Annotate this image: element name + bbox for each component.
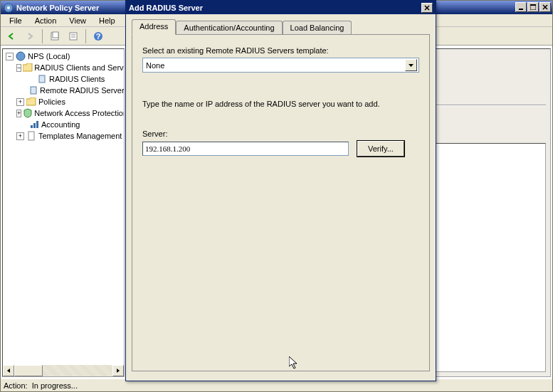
tree-rr-label: Remote RADIUS Server Groups bbox=[40, 86, 125, 95]
tree-root[interactable]: − NPS (Local) bbox=[4, 51, 124, 62]
tree-nap-label: Network Access Protection bbox=[34, 109, 125, 117]
tab-panel-address: Select an existing Remote RADIUS Servers… bbox=[132, 34, 430, 371]
tree-hscrollbar[interactable] bbox=[3, 365, 124, 376]
tree-pane: − NPS (Local) − RADIUS Clients and Serve… bbox=[2, 48, 125, 377]
help-button[interactable]: ? bbox=[90, 28, 106, 44]
tree-remote-radius[interactable]: Remote RADIUS Server Groups bbox=[4, 85, 124, 96]
close-button[interactable] bbox=[539, 2, 551, 12]
tree-templates[interactable]: + Templates Management bbox=[4, 130, 124, 142]
type-label: Type the name or IP address of the RADIU… bbox=[142, 100, 419, 108]
svg-rect-2 bbox=[519, 9, 523, 10]
back-button[interactable] bbox=[4, 28, 19, 44]
svg-rect-17 bbox=[36, 121, 38, 128]
svg-rect-6 bbox=[53, 32, 58, 38]
status-value: In progress... bbox=[32, 381, 78, 390]
template-select[interactable]: None bbox=[142, 58, 419, 73]
select-template-label: Select an existing Remote RADIUS Servers… bbox=[142, 46, 419, 55]
expand-icon[interactable]: − bbox=[6, 53, 14, 60]
main-title: Network Policy Server bbox=[16, 4, 99, 12]
svg-point-12 bbox=[16, 52, 25, 60]
svg-rect-15 bbox=[31, 125, 33, 128]
svg-point-1 bbox=[7, 6, 10, 9]
svg-rect-4 bbox=[530, 4, 536, 6]
server-icon bbox=[28, 85, 38, 96]
verify-button[interactable]: Verify... bbox=[357, 141, 404, 157]
svg-rect-14 bbox=[31, 87, 36, 94]
scroll-right-button[interactable] bbox=[112, 365, 124, 376]
toolbar-separator bbox=[42, 29, 43, 43]
status-label: Action: bbox=[4, 381, 28, 390]
nps-icon bbox=[15, 51, 26, 62]
screenshot-root: { "main_window": { "title": "Network Pol… bbox=[0, 0, 553, 392]
folder-icon bbox=[23, 62, 33, 73]
svg-rect-13 bbox=[39, 75, 45, 83]
chart-icon bbox=[28, 119, 40, 130]
expand-icon[interactable]: − bbox=[16, 64, 21, 72]
tab-auth[interactable]: Authentication/Accounting bbox=[176, 21, 282, 34]
svg-rect-16 bbox=[33, 123, 36, 128]
server-label: Server: bbox=[142, 129, 419, 138]
tree-templates-label: Templates Management bbox=[38, 132, 122, 140]
minimize-button[interactable] bbox=[515, 2, 527, 12]
svg-text:?: ? bbox=[96, 32, 101, 41]
tab-load[interactable]: Load Balancing bbox=[283, 21, 352, 34]
folder-icon bbox=[26, 96, 37, 107]
menu-help[interactable]: Help bbox=[93, 16, 121, 26]
expand-icon[interactable]: + bbox=[16, 98, 24, 106]
scroll-track[interactable] bbox=[14, 365, 112, 376]
tree-root-label: NPS (Local) bbox=[28, 52, 70, 60]
dialog-title: Add RADIUS Server bbox=[129, 4, 203, 12]
tab-address[interactable]: Address bbox=[132, 19, 176, 35]
tree-policies[interactable]: + Policies bbox=[4, 96, 124, 107]
tree-radius-clients[interactable]: RADIUS Clients bbox=[4, 73, 124, 85]
shield-icon bbox=[23, 107, 33, 119]
server-input[interactable] bbox=[142, 142, 349, 156]
menu-file[interactable]: File bbox=[4, 16, 28, 26]
dialog-titlebar: Add RADIUS Server bbox=[126, 1, 436, 14]
properties-button[interactable] bbox=[65, 28, 81, 44]
tree-accounting[interactable]: Accounting bbox=[4, 119, 124, 130]
doc-icon bbox=[26, 130, 37, 142]
tree-radius-clients-servers[interactable]: − RADIUS Clients and Servers bbox=[4, 62, 124, 73]
expand-icon[interactable]: + bbox=[16, 132, 24, 140]
add-radius-dialog: Add RADIUS Server Address Authentication… bbox=[125, 0, 436, 381]
maximize-button[interactable] bbox=[527, 2, 539, 12]
main-sysbuttons bbox=[515, 2, 551, 12]
tree-rcs-label: RADIUS Clients and Servers bbox=[34, 63, 125, 72]
forward-button[interactable] bbox=[22, 28, 38, 44]
app-icon bbox=[4, 3, 14, 13]
tree-policies-label: Policies bbox=[38, 97, 65, 106]
scroll-left-button[interactable] bbox=[3, 365, 14, 376]
tree-nap[interactable]: + Network Access Protection bbox=[4, 107, 124, 119]
tree-rc-label: RADIUS Clients bbox=[49, 75, 105, 83]
dialog-body: Address Authentication/Accounting Load B… bbox=[126, 14, 436, 376]
menu-view[interactable]: View bbox=[63, 16, 92, 26]
dialog-close-button[interactable] bbox=[421, 3, 433, 13]
dropdown-button[interactable] bbox=[405, 59, 417, 71]
add-button[interactable] bbox=[47, 28, 63, 44]
expand-icon[interactable]: + bbox=[16, 110, 21, 117]
svg-rect-18 bbox=[28, 132, 34, 140]
tree-accounting-label: Accounting bbox=[41, 120, 80, 129]
scroll-thumb[interactable] bbox=[14, 365, 43, 376]
menu-action[interactable]: Action bbox=[29, 16, 63, 26]
template-select-value: None bbox=[144, 61, 405, 70]
tab-strip: Address Authentication/Accounting Load B… bbox=[132, 18, 430, 34]
svg-rect-7 bbox=[70, 33, 77, 40]
toolbar-separator-2 bbox=[85, 29, 86, 43]
server-icon bbox=[36, 73, 48, 85]
